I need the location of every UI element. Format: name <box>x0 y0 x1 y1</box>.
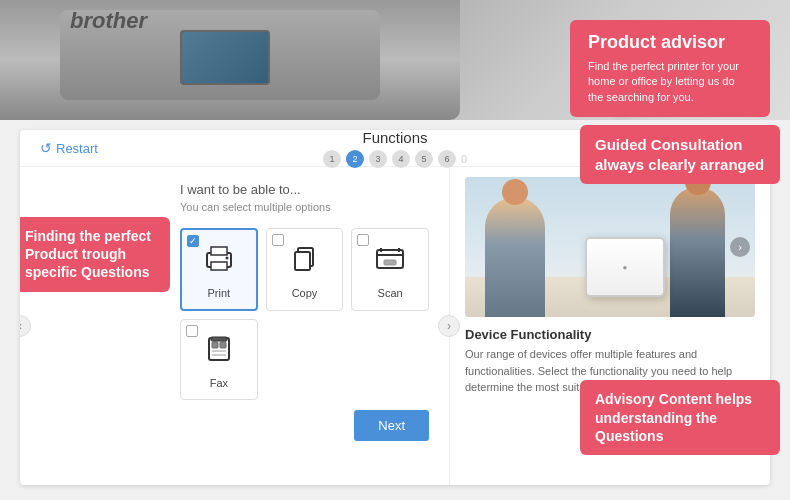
product-advisor-desc: Find the perfect printer for your home o… <box>588 59 752 105</box>
image-printer: ● <box>585 237 665 297</box>
step-6[interactable]: 6 <box>438 150 456 168</box>
body-area: Finding the perfect Product trough speci… <box>20 167 770 485</box>
select-hint: You can select multiple options <box>180 201 429 213</box>
step-3[interactable]: 3 <box>369 150 387 168</box>
svg-rect-16 <box>211 337 227 341</box>
header-bar: ↺ Restart Functions 1 2 3 4 5 6 0 Guided… <box>20 130 770 167</box>
option-print[interactable]: ✓ Print <box>180 228 258 311</box>
svg-point-3 <box>225 257 228 260</box>
printer-screen-inner <box>182 32 268 83</box>
steps-dots: 1 2 3 4 5 6 0 <box>323 150 467 168</box>
svg-rect-14 <box>212 350 226 352</box>
svg-rect-5 <box>295 252 310 270</box>
main-content-card: ↺ Restart Functions 1 2 3 4 5 6 0 Guided… <box>20 130 770 485</box>
guided-callout-text: Guided Consultation always clearly arran… <box>595 136 764 173</box>
right-panel: ● › Device Functionality Our range of de… <box>450 167 770 485</box>
image-background: ● › <box>465 177 755 317</box>
hero-printer-image: brother <box>0 0 460 120</box>
option-copy-label: Copy <box>292 287 318 299</box>
person1 <box>485 197 545 317</box>
printer-screen <box>180 30 270 85</box>
advisory-callout-text: Advisory Content helps understanding the… <box>595 391 752 443</box>
left-panel: Finding the perfect Product trough speci… <box>20 167 450 485</box>
svg-rect-7 <box>377 254 403 256</box>
copy-icon <box>286 240 322 283</box>
advisory-callout: Advisory Content helps understanding the… <box>580 380 770 455</box>
step-2[interactable]: 2 <box>346 150 364 168</box>
option-fax-label: Fax <box>210 377 228 389</box>
svg-rect-15 <box>212 354 226 356</box>
question-label: I want to be able to... <box>180 182 429 197</box>
step-1[interactable]: 1 <box>323 150 341 168</box>
device-title: Device Functionality <box>465 327 755 342</box>
person2 <box>670 187 725 317</box>
finding-callout-text: Finding the perfect Product trough speci… <box>25 228 151 280</box>
step-5[interactable]: 5 <box>415 150 433 168</box>
svg-rect-10 <box>384 260 396 265</box>
hero-section: brother Product advisor Find the perfect… <box>0 0 790 120</box>
nav-arrow-left[interactable]: ‹ <box>20 315 31 337</box>
next-button[interactable]: Next <box>354 410 429 441</box>
option-copy-checkbox <box>272 234 284 246</box>
option-scan[interactable]: Scan <box>351 228 429 311</box>
option-print-checkbox: ✓ <box>187 235 199 247</box>
option-copy[interactable]: Copy <box>266 228 344 311</box>
option-scan-checkbox <box>357 234 369 246</box>
functions-title-area: Functions 1 2 3 4 5 6 0 <box>323 129 467 168</box>
image-printer-inner: ● <box>587 239 663 295</box>
functions-label: Functions <box>362 129 427 146</box>
option-print-label: Print <box>208 287 231 299</box>
option-fax-checkbox <box>186 325 198 337</box>
restart-icon: ↺ <box>40 140 52 156</box>
svg-rect-13 <box>220 342 226 348</box>
option-fax[interactable]: Fax <box>180 319 258 400</box>
product-image: ● › <box>465 177 755 317</box>
restart-button[interactable]: ↺ Restart <box>40 140 98 156</box>
nav-arrow-right[interactable]: › <box>438 315 460 337</box>
guided-callout: Guided Consultation always clearly arran… <box>580 125 780 184</box>
options-grid: ✓ Print <box>180 228 429 400</box>
svg-rect-1 <box>211 247 227 255</box>
fax-icon <box>201 330 237 373</box>
image-nav-right[interactable]: › <box>730 237 750 257</box>
step-4[interactable]: 4 <box>392 150 410 168</box>
next-btn-area: Next <box>180 400 429 441</box>
product-advisor-title: Product advisor <box>588 32 752 53</box>
footer: powered by ℰexcentos <box>0 495 790 500</box>
brand-logo: brother <box>70 8 147 34</box>
scan-icon <box>372 240 408 283</box>
finding-callout: Finding the perfect Product trough speci… <box>20 217 170 292</box>
product-advisor-badge: Product advisor Find the perfect printer… <box>570 20 770 117</box>
svg-rect-2 <box>211 262 227 270</box>
print-icon <box>201 240 237 283</box>
person1-head <box>502 179 528 205</box>
restart-label: Restart <box>56 141 98 156</box>
option-scan-label: Scan <box>378 287 403 299</box>
step-divider: 0 <box>461 153 467 165</box>
svg-rect-12 <box>212 342 218 348</box>
